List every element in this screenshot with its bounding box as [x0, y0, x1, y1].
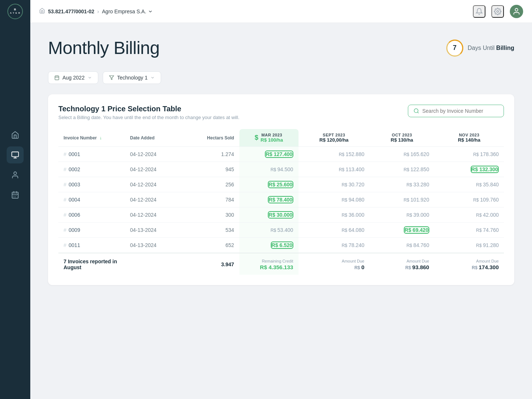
sept-period: SEPT 2023 — [304, 133, 365, 137]
sidebar-item-user[interactable] — [7, 166, 24, 183]
sept-price: R$ 120,00/ha — [304, 137, 365, 143]
page-content: Monthly Billing 7 Days Until Billing Aug… — [30, 23, 532, 399]
tech-filter-chevron-icon — [150, 75, 155, 80]
search-icon — [413, 108, 419, 114]
bayer-logo[interactable]: BA Y E R — [7, 4, 23, 19]
cell-sept[interactable]: R$ 94.080 — [299, 192, 370, 207]
cell-oct[interactable]: R$ 69.420 — [369, 223, 434, 238]
date-filter-label: Aug 2022 — [62, 75, 85, 81]
days-billing-widget: 7 Days Until Billing — [446, 40, 514, 57]
svg-marker-14 — [109, 76, 114, 80]
footer-invoices-label: 7 Invoices reported in August — [58, 253, 125, 275]
footer-sept: Amount Due R$ 0 — [299, 253, 370, 275]
svg-point-9 — [515, 8, 518, 11]
cell-nov[interactable]: R$ 91.280 — [434, 238, 504, 253]
cell-oct[interactable]: R$ 84.760 — [369, 238, 434, 253]
table-row: #0002 04-12-2024 945 R$ 94.500 R$ 113.40… — [58, 162, 504, 177]
cell-ha: 256 — [191, 177, 239, 192]
svg-rect-0 — [12, 152, 18, 157]
cell-sept[interactable]: R$ 30.720 — [299, 177, 370, 192]
cell-mar[interactable]: R$ 127.400 — [239, 147, 299, 162]
company-selector[interactable]: Agro Empresa S.A. — [102, 9, 153, 14]
user-avatar[interactable] — [510, 5, 523, 18]
calendar-icon — [54, 75, 59, 80]
cell-nov[interactable]: R$ 35.840 — [434, 177, 504, 192]
search-box[interactable] — [408, 105, 504, 117]
th-sept[interactable]: SEPT 2023 R$ 120,00/ha — [299, 129, 370, 147]
price-table-card: Technology 1 Price Selection Table Selec… — [48, 94, 514, 285]
cell-mar[interactable]: R$ 30.000 — [239, 207, 299, 223]
topbar-actions — [473, 5, 523, 18]
svg-rect-10 — [55, 76, 59, 80]
days-label-text: Days Until Billing — [468, 45, 514, 51]
cell-ha: 534 — [191, 223, 239, 238]
oct-period: OCT 2023 — [375, 133, 429, 137]
date-filter[interactable]: Aug 2022 — [48, 71, 98, 84]
topbar: 53.821.477/0001-02 › Agro Empresa S.A. — [30, 0, 532, 23]
cell-nov[interactable]: R$ 109.760 — [434, 192, 504, 207]
cell-nov[interactable]: R$ 132.300 — [434, 162, 504, 177]
tech-filter[interactable]: Technology 1 — [103, 71, 161, 84]
mar-price: R$ 100/ha — [260, 137, 283, 143]
cell-oct[interactable]: R$ 165.620 — [369, 147, 434, 162]
cell-mar[interactable]: R$ 94.500 — [239, 162, 299, 177]
cell-mar[interactable]: R$ 25.600 — [239, 177, 299, 192]
cell-mar[interactable]: R$ 53.400 — [239, 223, 299, 238]
cell-date: 04-12-2024 — [125, 162, 191, 177]
sidebar-item-calendar[interactable] — [7, 186, 24, 203]
cell-mar[interactable]: R$ 78.400 — [239, 192, 299, 207]
main-area: 53.821.477/0001-02 › Agro Empresa S.A. M… — [30, 0, 532, 399]
user-icon — [512, 7, 521, 16]
cell-sept[interactable]: R$ 113.400 — [299, 162, 370, 177]
sidebar-logo: BA Y E R — [0, 0, 30, 23]
th-oct[interactable]: OCT 2023 R$ 130/ha — [369, 129, 434, 147]
footer-empty — [125, 253, 191, 275]
sidebar-item-billing[interactable] — [7, 146, 24, 163]
cell-date: 04-12-2024 — [125, 177, 191, 192]
cell-nov[interactable]: R$ 42.000 — [434, 207, 504, 223]
days-count: 7 — [446, 40, 463, 57]
sidebar-nav — [0, 126, 30, 203]
cell-oct[interactable]: R$ 122.850 — [369, 162, 434, 177]
cell-sept[interactable]: R$ 78.240 — [299, 238, 370, 253]
sort-icon[interactable]: ↓ — [99, 135, 102, 141]
table-row: #0009 04-13-2024 534 R$ 53.400 R$ 64.080… — [58, 223, 504, 238]
footer-mar: Remaining Credit R$ 4.356.133 — [239, 253, 299, 275]
cell-sept[interactable]: R$ 152.880 — [299, 147, 370, 162]
home-icon[interactable] — [39, 8, 45, 15]
sidebar: BA Y E R — [0, 0, 30, 399]
account-id: 53.821.477/0001-02 — [48, 9, 94, 14]
table-subtitle: Select a Billing date. You have until th… — [58, 115, 239, 120]
cell-ha: 1.274 — [191, 147, 239, 162]
table-header: Technology 1 Price Selection Table Selec… — [58, 105, 504, 120]
notifications-button[interactable] — [473, 5, 485, 18]
cell-date: 04-12-2024 — [125, 147, 191, 162]
cell-nov[interactable]: R$ 74.760 — [434, 223, 504, 238]
sidebar-item-home[interactable] — [7, 126, 24, 143]
cell-invoice: #0003 — [58, 177, 125, 192]
cell-sept[interactable]: R$ 36.000 — [299, 207, 370, 223]
cell-sept[interactable]: R$ 64.080 — [299, 223, 370, 238]
cell-invoice: #0002 — [58, 162, 125, 177]
table-footer-row: 7 Invoices reported in August 3.947 Rema… — [58, 253, 504, 275]
cell-mar[interactable]: R$ 6.520 — [239, 238, 299, 253]
cell-nov[interactable]: R$ 178.360 — [434, 147, 504, 162]
table-row: #0011 04-13-2024 652 R$ 6.520 R$ 78.240 … — [58, 238, 504, 253]
cell-oct[interactable]: R$ 33.280 — [369, 177, 434, 192]
cell-invoice: #0004 — [58, 192, 125, 207]
search-input[interactable] — [422, 108, 498, 114]
table-row: #0001 04-12-2024 1.274 R$ 127.400 R$ 152… — [58, 147, 504, 162]
th-nov[interactable]: NOV 2023 R$ 140/ha — [434, 129, 504, 147]
date-filter-chevron-icon — [88, 75, 92, 80]
th-mar[interactable]: $ MAR 2023 R$ 100/ha — [239, 129, 299, 147]
settings-button[interactable] — [491, 5, 504, 18]
page-header: Monthly Billing 7 Days Until Billing — [48, 38, 514, 58]
cell-oct[interactable]: R$ 39.000 — [369, 207, 434, 223]
th-ha: Hectars Sold — [191, 129, 239, 147]
cell-date: 04-12-2024 — [125, 192, 191, 207]
cell-oct[interactable]: R$ 101.920 — [369, 192, 434, 207]
svg-point-15 — [414, 109, 418, 113]
oct-price: R$ 130/ha — [375, 137, 429, 143]
bell-icon — [475, 8, 483, 15]
table-header-row: Invoice Number ↓ Date Added Hectars Sold… — [58, 129, 504, 147]
